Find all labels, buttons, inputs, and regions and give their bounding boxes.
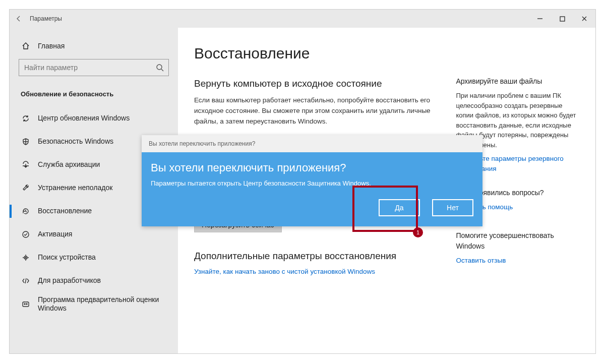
- section-reset-body: Если ваш компьютер работает нестабильно,…: [194, 95, 436, 127]
- search-box[interactable]: [19, 59, 169, 76]
- svg-point-3: [24, 256, 27, 259]
- svg-point-6: [24, 304, 25, 305]
- svg-rect-0: [560, 17, 565, 21]
- refresh-icon: [21, 114, 31, 123]
- location-icon: [21, 254, 31, 262]
- sidebar-item-label: Центр обновления Windows: [38, 114, 167, 123]
- settings-window: Параметры Главная Обновление и безопасно…: [9, 9, 596, 354]
- sidebar-item-label: Программа предварительной оценки Windows: [38, 295, 167, 313]
- svg-point-7: [26, 304, 27, 305]
- dialog-titlebar: Вы хотели переключить приложения?: [142, 135, 482, 152]
- side-feedback-link[interactable]: Оставить отзыв: [456, 256, 579, 266]
- minimize-button[interactable]: [529, 10, 551, 28]
- switch-apps-dialog: Вы хотели переключить приложения? Вы хот…: [142, 135, 482, 226]
- section-more-title: Дополнительные параметры восстановления: [194, 251, 436, 262]
- svg-rect-5: [23, 302, 29, 307]
- dialog-heading: Вы хотели переключить приложения?: [151, 161, 473, 174]
- sidebar-home-label: Главная: [38, 42, 65, 50]
- sidebar-item-label: Поиск устройства: [38, 253, 167, 262]
- developer-icon: [21, 277, 31, 285]
- sidebar-item-insider[interactable]: Программа предварительной оценки Windows: [10, 292, 178, 316]
- sidebar-item-label: Для разработчиков: [38, 276, 167, 285]
- svg-point-2: [23, 231, 29, 237]
- sidebar-item-find-device[interactable]: Поиск устройства: [10, 246, 178, 269]
- section-reset-title: Вернуть компьютер в исходное состояние: [194, 78, 436, 89]
- dialog-yes-button[interactable]: Да: [379, 199, 420, 216]
- sidebar-item-update[interactable]: Центр обновления Windows: [10, 107, 178, 130]
- home-icon: [21, 42, 31, 50]
- search-icon: [151, 64, 168, 72]
- history-icon: [21, 207, 31, 215]
- sidebar-group-label: Обновление и безопасность: [10, 87, 178, 107]
- highlight-badge: 1: [413, 227, 423, 237]
- svg-point-4: [25, 257, 26, 258]
- dialog-no-button[interactable]: Нет: [432, 199, 473, 216]
- maximize-button[interactable]: [551, 10, 573, 28]
- side-feedback-title: Помогите усовершенствовать Windows: [456, 230, 579, 252]
- sidebar-home[interactable]: Главная: [10, 38, 178, 54]
- shield-icon: [21, 138, 31, 146]
- search-input[interactable]: [19, 64, 151, 72]
- check-circle-icon: [21, 230, 31, 238]
- close-button[interactable]: [573, 10, 595, 28]
- svg-point-1: [157, 65, 162, 70]
- fresh-start-link[interactable]: Узнайте, как начать заново с чистой уста…: [194, 268, 436, 275]
- page-title: Восстановление: [194, 45, 579, 62]
- back-button[interactable]: [10, 10, 28, 28]
- sidebar-item-label: Активация: [38, 230, 167, 239]
- wrench-icon: [21, 184, 31, 192]
- window-title: Параметры: [30, 15, 62, 22]
- insider-icon: [21, 300, 31, 308]
- backup-icon: [21, 161, 31, 169]
- sidebar-item-developers[interactable]: Для разработчиков: [10, 269, 178, 292]
- side-backup-title: Архивируйте ваши файлы: [456, 76, 579, 87]
- titlebar: Параметры: [10, 10, 595, 28]
- dialog-message: Параметры пытается открыть Центр безопас…: [151, 179, 473, 187]
